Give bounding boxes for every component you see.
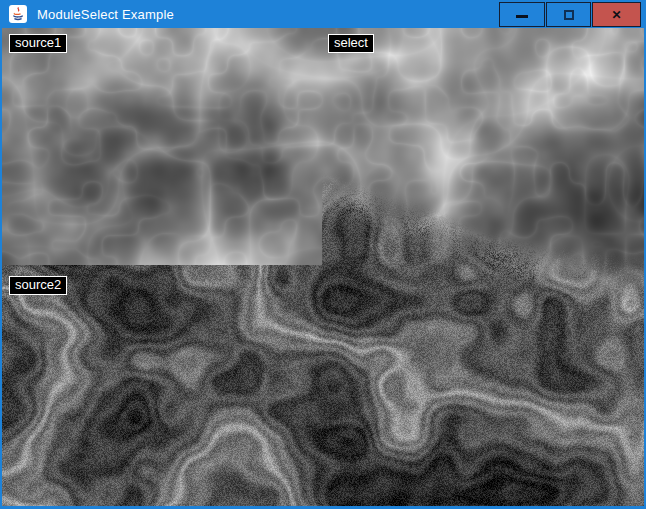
label-select: select [328,34,374,53]
label-source2: source2 [9,276,67,295]
render-viewport: source1 select source2 [2,28,644,506]
maximize-button[interactable] [546,2,591,27]
minimize-button[interactable] [499,2,545,27]
window-title: ModuleSelect Example [37,7,174,22]
label-source1: source1 [9,34,67,53]
source2-render-canvas [2,265,322,506]
minimize-icon [516,15,528,18]
close-icon: ✕ [611,9,621,21]
window-controls: ✕ [499,2,641,27]
maximize-icon [564,10,574,20]
app-window: ModuleSelect Example ✕ source1 select so… [0,0,646,509]
source1-render-canvas [2,28,322,265]
titlebar[interactable]: ModuleSelect Example ✕ [0,0,646,28]
close-button[interactable]: ✕ [592,2,641,27]
java-app-icon [9,5,27,23]
